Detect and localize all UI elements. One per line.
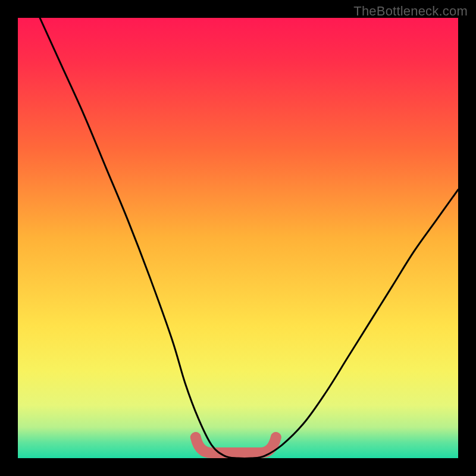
plot-background	[18, 18, 458, 458]
bottleneck-chart	[0, 0, 476, 476]
chart-container: TheBottleneck.com	[0, 0, 476, 476]
attribution-text: TheBottleneck.com	[353, 4, 468, 19]
